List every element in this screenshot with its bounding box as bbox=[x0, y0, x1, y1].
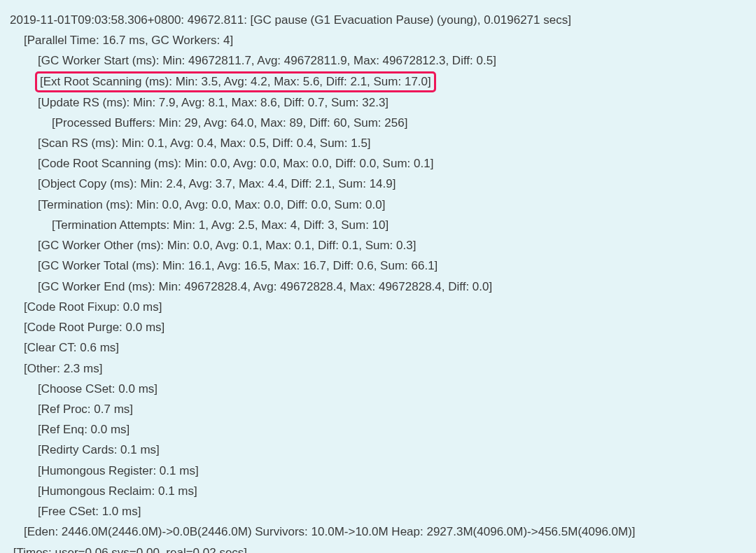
log-text: [GC Worker Total (ms): Min: 16.1, Avg: 1… bbox=[38, 259, 438, 272]
log-line: [GC Worker Total (ms): Min: 16.1, Avg: 1… bbox=[10, 255, 749, 276]
log-text: [Humongous Register: 0.1 ms] bbox=[38, 464, 199, 477]
log-line: [Parallel Time: 16.7 ms, GC Workers: 4] bbox=[10, 30, 749, 50]
log-text: [Code Root Scanning (ms): Min: 0.0, Avg:… bbox=[38, 157, 433, 170]
log-line: [Ref Proc: 0.7 ms] bbox=[10, 399, 749, 419]
log-line: [Ext Root Scanning (ms): Min: 3.5, Avg: … bbox=[10, 71, 749, 92]
log-text: [Termination (ms): Min: 0.0, Avg: 0.0, M… bbox=[38, 198, 385, 211]
log-line: [Code Root Fixup: 0.0 ms] bbox=[10, 297, 749, 317]
log-line: [Update RS (ms): Min: 7.9, Avg: 8.1, Max… bbox=[10, 92, 749, 113]
log-text: [Other: 2.3 ms] bbox=[24, 362, 102, 375]
log-line: [Code Root Scanning (ms): Min: 0.0, Avg:… bbox=[10, 153, 749, 174]
log-text: [Code Root Purge: 0.0 ms] bbox=[24, 321, 164, 334]
log-text: [Code Root Fixup: 0.0 ms] bbox=[24, 300, 162, 314]
log-text: [Termination Attempts: Min: 1, Avg: 2.5,… bbox=[52, 218, 388, 232]
log-text: [Humongous Reclaim: 0.1 ms] bbox=[38, 484, 197, 498]
log-line: [Object Copy (ms): Min: 2.4, Avg: 3.7, M… bbox=[10, 174, 749, 194]
log-line: [GC Worker Start (ms): Min: 49672811.7, … bbox=[10, 50, 749, 71]
log-line: [Processed Buffers: Min: 29, Avg: 64.0, … bbox=[10, 113, 749, 133]
gc-log-block: 2019-11-01T09:03:58.306+0800: 49672.811:… bbox=[0, 0, 756, 553]
log-text: [Object Copy (ms): Min: 2.4, Avg: 3.7, M… bbox=[38, 177, 396, 190]
log-line: [Times: user=0.06 sys=0.00, real=0.02 se… bbox=[10, 542, 749, 553]
log-line: [GC Worker Other (ms): Min: 0.0, Avg: 0.… bbox=[10, 235, 749, 255]
log-text: [Eden: 2446.0M(2446.0M)->0.0B(2446.0M) S… bbox=[24, 525, 636, 538]
log-line: [Code Root Purge: 0.0 ms] bbox=[10, 317, 749, 337]
log-line: [Other: 2.3 ms] bbox=[10, 358, 749, 379]
log-text: [Choose CSet: 0.0 ms] bbox=[38, 382, 158, 396]
log-text: [Times: user=0.06 sys=0.00, real=0.02 se… bbox=[10, 546, 247, 553]
log-text: [Redirty Cards: 0.1 ms] bbox=[38, 443, 160, 456]
log-text: [Free CSet: 1.0 ms] bbox=[38, 505, 141, 518]
log-text: [Update RS (ms): Min: 7.9, Avg: 8.1, Max… bbox=[38, 96, 388, 109]
log-text: [Ref Enq: 0.0 ms] bbox=[38, 423, 130, 436]
log-line: [Termination Attempts: Min: 1, Avg: 2.5,… bbox=[10, 215, 749, 235]
log-text: [Processed Buffers: Min: 29, Avg: 64.0, … bbox=[52, 116, 407, 130]
log-line: 2019-11-01T09:03:58.306+0800: 49672.811:… bbox=[10, 10, 749, 30]
log-line: [Ref Enq: 0.0 ms] bbox=[10, 419, 749, 440]
log-text: [GC Worker Start (ms): Min: 49672811.7, … bbox=[38, 54, 496, 67]
highlighted-line: [Ext Root Scanning (ms): Min: 3.5, Avg: … bbox=[35, 71, 436, 92]
log-text: 2019-11-01T09:03:58.306+0800: 49672.811:… bbox=[10, 13, 571, 27]
log-line: [GC Worker End (ms): Min: 49672828.4, Av… bbox=[10, 276, 749, 297]
log-line: [Clear CT: 0.6 ms] bbox=[10, 337, 749, 358]
log-line: [Humongous Register: 0.1 ms] bbox=[10, 461, 749, 481]
log-text: [GC Worker End (ms): Min: 49672828.4, Av… bbox=[38, 280, 492, 293]
log-line: [Eden: 2446.0M(2446.0M)->0.0B(2446.0M) S… bbox=[10, 522, 749, 542]
log-text: [Scan RS (ms): Min: 0.1, Avg: 0.4, Max: … bbox=[38, 136, 371, 150]
log-text: [GC Worker Other (ms): Min: 0.0, Avg: 0.… bbox=[38, 239, 416, 252]
log-line: [Redirty Cards: 0.1 ms] bbox=[10, 440, 749, 460]
log-line: [Termination (ms): Min: 0.0, Avg: 0.0, M… bbox=[10, 195, 749, 215]
log-text: [Ref Proc: 0.7 ms] bbox=[38, 402, 133, 416]
log-text: [Parallel Time: 16.7 ms, GC Workers: 4] bbox=[24, 34, 233, 47]
log-line: [Scan RS (ms): Min: 0.1, Avg: 0.4, Max: … bbox=[10, 133, 749, 153]
log-text: [Clear CT: 0.6 ms] bbox=[24, 341, 119, 354]
log-line: [Humongous Reclaim: 0.1 ms] bbox=[10, 481, 749, 501]
log-line: [Choose CSet: 0.0 ms] bbox=[10, 379, 749, 399]
log-line: [Free CSet: 1.0 ms] bbox=[10, 501, 749, 522]
